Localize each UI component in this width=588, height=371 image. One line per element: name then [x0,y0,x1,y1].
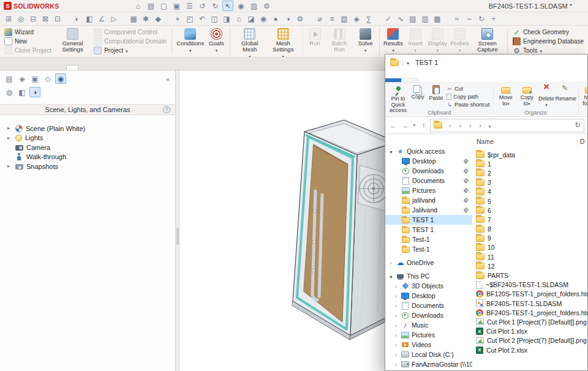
decals-filter-icon[interactable]: ◧ [17,87,28,97]
nav-item[interactable]: jalilvand [385,195,472,205]
nav-item[interactable]: TEST 1 [385,225,472,234]
ribbon-button[interactable]: Mesh Settings [266,27,300,56]
menu-item[interactable] [105,5,114,7]
menu-item[interactable] [76,5,85,7]
general-settings-button[interactable]: General Settings [56,27,89,56]
nav-item[interactable]: Pictures [385,330,472,340]
save-icon[interactable]: ▣ [171,1,182,11]
up-button[interactable]: ↑ [418,119,429,132]
view-settings-icon[interactable]: ⚙ [295,13,306,24]
wizard-button[interactable]: Wizard [2,28,53,36]
nav-item[interactable]: Local Disk (C:) [385,350,472,359]
linear-pattern-icon[interactable]: ⊟ [28,13,39,24]
column-header-date[interactable]: D [578,137,587,146]
quick-access-toolbar-caret-icon[interactable] [407,59,409,66]
file-row[interactable]: Cut Plot 1 [Project(7) [Default]].png [472,317,587,326]
edit-appearance-icon[interactable]: ● [270,13,281,24]
zoom-area-icon[interactable]: ◰ [184,13,195,24]
ribbon-button[interactable]: Insert [404,27,426,56]
display-style-icon[interactable]: ◪ [246,13,257,24]
nav-item[interactable]: Test-1 [385,244,472,254]
move-component-icon[interactable]: ⊡ [52,13,63,24]
flow-simulation-icon[interactable]: ∼ [464,13,475,24]
statistics-icon[interactable]: ∑ [363,13,374,24]
expand-chevron-icon[interactable] [393,293,399,299]
file-row[interactable]: BF240S-TEST-1.SLDASM [472,299,587,308]
copy-button[interactable]: Copy [409,84,427,102]
rebuild-icon[interactable]: ◉ [235,1,246,11]
ribbon-tab[interactable] [385,78,401,82]
rename-button[interactable]: Rename [556,84,576,103]
nav-item[interactable]: Pictures [385,186,472,195]
options-gear-icon[interactable]: ⚙ [261,1,272,11]
tree-item[interactable]: Snapshots [2,162,173,171]
column-header-name[interactable]: Name [475,137,578,146]
file-row[interactable]: 3 [472,178,587,187]
commandmanager-tab[interactable] [15,65,27,70]
pan-icon[interactable]: + [488,13,499,24]
file-row[interactable]: 2 [472,168,587,178]
rotate-view-icon[interactable]: ↻ [476,13,487,24]
ribbon-button[interactable]: Display [426,27,448,56]
open-icon[interactable]: ▢ [158,1,169,11]
check-active-document-icon[interactable]: ✓ [383,13,394,24]
file-row[interactable]: 11 [472,252,587,261]
file-row[interactable]: 12 [472,261,587,271]
delete-button[interactable]: Delete [537,84,556,109]
expand-chevron-icon[interactable] [393,322,399,329]
expand-caret-icon[interactable] [7,163,12,169]
ribbon-button[interactable]: Check Geometry [511,28,586,36]
nav-item[interactable]: TEST 1 [385,215,472,225]
file-row[interactable]: 7 [472,215,587,224]
file-row[interactable]: PARTS [472,271,587,280]
tree-item[interactable]: Camera [2,143,173,152]
smart-fasteners-icon[interactable]: ⊠ [40,13,51,24]
breadcrumb-item[interactable] [445,122,455,129]
file-row[interactable]: 6 [472,206,587,215]
sensor-icon[interactable]: ◈ [351,13,362,24]
file-row[interactable]: 10 [472,243,587,252]
nav-item[interactable]: Desktop [385,156,472,166]
select-cursor-icon[interactable]: ↖ [222,1,233,11]
ribbon-button[interactable]: Engineering Database [511,37,586,45]
copy-path-button[interactable]: Copy path [447,94,490,100]
view-orientation-icon[interactable]: ⌂ [233,13,244,24]
apply-scene-icon[interactable]: ◑ [282,13,293,24]
menu-item[interactable] [96,5,104,7]
bill-of-materials-icon[interactable]: ▦ [128,13,139,24]
zebra-stripes-icon[interactable]: ▨ [407,13,418,24]
breadcrumb-item[interactable] [455,122,466,129]
displaymanager-tab-icon[interactable]: ◉ [55,73,66,84]
print-icon[interactable]: ☰ [184,1,195,11]
featuremanager-tab-icon[interactable]: ▤ [4,73,15,84]
ribbon-tab[interactable] [401,78,418,82]
hide-show-items-icon[interactable]: ◉ [258,13,269,24]
ribbon-button[interactable]: Global Mesh [230,27,266,56]
nav-item[interactable]: Downloads [385,166,472,176]
tree-item[interactable]: Walk-through [2,152,173,162]
file-row[interactable]: BF240S-TEST-1_project_folders.html [472,308,587,317]
curvature-icon[interactable]: ∿ [395,13,406,24]
menu-item[interactable] [66,5,75,7]
expand-caret-icon[interactable] [7,126,12,131]
collapse-panel-icon[interactable]: « [164,75,172,83]
nav-item[interactable]: Music [385,320,472,330]
tree-item[interactable]: Lights [2,133,173,143]
simulation-advisor-icon[interactable]: ≈ [451,13,462,24]
new-folder-button[interactable]: New folder [581,84,587,108]
configurationmanager-tab-icon[interactable]: ▣ [29,73,40,84]
section-view-icon[interactable]: ◫ [209,13,220,24]
undercut-analysis-icon[interactable]: ▩ [432,13,443,24]
scene-lights-filter-icon[interactable]: ◑ [29,87,40,97]
nav-quick-access[interactable]: Quick access [385,146,472,156]
commandmanager-tab[interactable] [28,65,40,70]
address-dropdown-icon[interactable] [489,122,491,129]
ribbon-tab[interactable] [434,78,450,82]
file-row[interactable]: BF120S-TEST-1_project_folders.html [472,290,587,299]
refresh-icon[interactable]: ↻ [575,121,581,129]
section-properties-icon[interactable]: ▧ [339,13,350,24]
file-row[interactable]: 4 [472,187,587,197]
ribbon-button[interactable]: Batch Run [325,27,355,56]
expand-chevron-icon[interactable] [393,361,399,368]
commandmanager-tab[interactable] [2,65,14,70]
